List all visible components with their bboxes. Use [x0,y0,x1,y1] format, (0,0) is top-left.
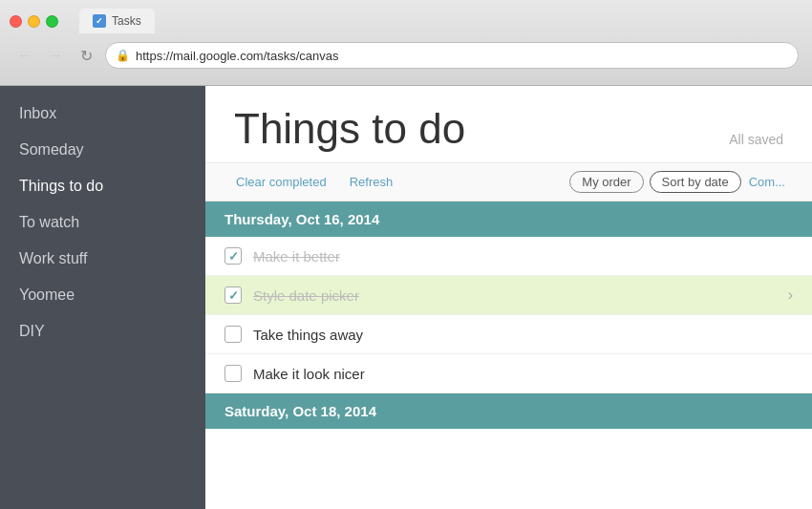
main-header: Things to do All saved [205,86,812,162]
tab-area: ✓ Tasks [79,9,155,33]
address-bar-row: ← → ↻ 🔒 https://mail.google.com/tasks/ca… [10,42,802,76]
task-list: Thursday, Oct 16, 2014 ✓ Make it better … [205,201,812,509]
task-checkbox[interactable] [224,365,242,382]
sidebar-item-label: Someday [19,141,84,158]
task-checkbox[interactable]: ✓ [224,286,242,304]
maximize-button[interactable] [46,15,58,28]
close-button[interactable] [10,15,22,28]
my-order-button[interactable]: My order [569,171,643,193]
lock-icon: 🔒 [116,49,130,62]
url-path: /tasks/canvas [264,49,339,63]
task-row[interactable]: ✓ Make it better [205,237,812,276]
task-row[interactable]: Make it look nicer [205,354,812,393]
save-status: All saved [729,132,783,153]
back-button[interactable]: ← [13,44,36,67]
minimize-button[interactable] [28,15,40,28]
address-bar[interactable]: 🔒 https://mail.google.com/tasks/canvas [105,42,799,69]
tab-favicon-icon: ✓ [93,14,106,28]
app-container: Inbox Someday Things to do To watch Work… [0,86,812,509]
sidebar-item-label: Work stuff [19,250,87,266]
task-label: Style date picker [253,287,777,304]
task-checkbox[interactable] [224,326,242,343]
url-scheme: https:// [136,49,173,63]
chevron-right-icon: › [788,286,793,304]
sidebar-item-label: Yoomee [19,286,75,303]
sidebar-item-label: Inbox [19,105,56,121]
sidebar-item-things-to-do[interactable]: Things to do [0,168,205,204]
task-row[interactable]: Take things away [205,315,812,354]
main-content: Things to do All saved Clear completed R… [205,86,812,509]
date-header-saturday: Saturday, Oct 18, 2014 [205,393,812,429]
sidebar-item-label: To watch [19,214,79,230]
date-header-thursday: Thursday, Oct 16, 2014 [205,201,812,237]
tab-label: Tasks [112,14,141,28]
completed-button[interactable]: Com... [741,171,793,193]
browser-tab[interactable]: ✓ Tasks [79,9,155,33]
clear-completed-button[interactable]: Clear completed [224,171,338,193]
forward-button[interactable]: → [44,44,67,67]
url-text: https://mail.google.com/tasks/canvas [136,49,338,63]
page-title: Things to do [234,105,465,153]
sidebar-item-work-stuff[interactable]: Work stuff [0,241,205,277]
sort-by-date-button[interactable]: Sort by date [650,171,741,193]
task-checkbox[interactable]: ✓ [224,247,242,265]
sidebar-item-label: DIY [19,323,45,339]
sidebar-item-label: Things to do [19,178,103,194]
checkmark-icon: ✓ [228,288,239,303]
task-row[interactable]: ✓ Style date picker › [205,276,812,315]
traffic-lights [10,15,58,28]
task-label: Make it better [253,248,793,265]
sidebar-item-yoomee[interactable]: Yoomee [0,277,205,313]
refresh-button[interactable]: ↻ [75,44,97,67]
sidebar: Inbox Someday Things to do To watch Work… [0,86,205,509]
sidebar-item-inbox[interactable]: Inbox [0,95,205,132]
toolbar: Clear completed Refresh My order Sort by… [205,162,812,201]
sidebar-item-to-watch[interactable]: To watch [0,204,205,241]
checkmark-icon: ✓ [228,249,239,264]
task-label: Take things away [253,327,793,343]
refresh-tasks-button[interactable]: Refresh [338,171,405,193]
url-domain: mail.google.com [173,49,264,63]
browser-chrome: ✓ Tasks ← → ↻ 🔒 https://mail.google.com/… [0,0,812,86]
sidebar-item-diy[interactable]: DIY [0,313,205,350]
task-label: Make it look nicer [253,366,793,382]
sidebar-item-someday[interactable]: Someday [0,132,205,168]
title-bar: ✓ Tasks [10,8,802,34]
